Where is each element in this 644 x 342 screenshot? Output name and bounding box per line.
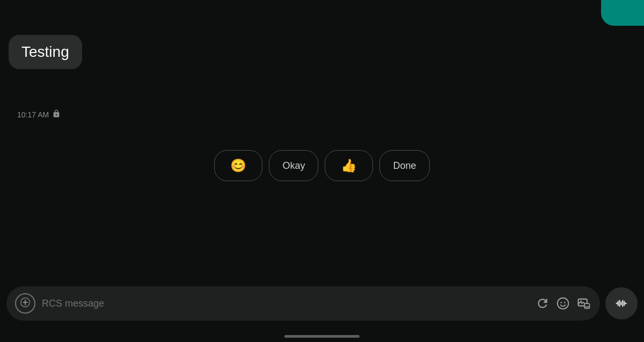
done-label: Done — [393, 160, 416, 172]
quick-reply-thumbsup[interactable]: 👍 — [325, 150, 373, 181]
media-picker-button[interactable] — [576, 296, 591, 311]
message-text: Testing — [21, 43, 69, 60]
svg-point-7 — [585, 306, 586, 307]
smile-emoji: 😊 — [230, 158, 246, 173]
add-attachment-button[interactable] — [15, 293, 35, 314]
quick-reply-smile[interactable]: 😊 — [214, 150, 262, 181]
svg-point-5 — [580, 301, 582, 302]
quick-reply-okay[interactable]: Okay — [269, 150, 318, 181]
message-text-input[interactable] — [42, 298, 529, 309]
message-timestamp: 10:17 AM — [17, 110, 49, 119]
nav-indicator — [284, 335, 360, 338]
teal-top-button[interactable] — [601, 0, 644, 26]
plus-icon — [20, 297, 31, 310]
message-bubble: Testing — [9, 35, 82, 69]
thumbsup-emoji: 👍 — [341, 158, 357, 173]
message-input-bar — [6, 286, 600, 321]
emoji-button[interactable] — [556, 296, 570, 310]
input-area — [6, 286, 638, 321]
svg-point-8 — [587, 306, 588, 307]
quick-replies-bar: 😊 Okay 👍 Done — [0, 150, 644, 181]
lock-icon — [52, 109, 61, 120]
svg-point-9 — [588, 306, 589, 307]
svg-point-2 — [560, 302, 562, 303]
svg-point-1 — [558, 298, 569, 309]
quick-reply-done[interactable]: Done — [379, 150, 429, 181]
svg-point-3 — [564, 302, 566, 303]
okay-label: Okay — [282, 160, 305, 172]
waveform-icon — [614, 296, 629, 311]
svg-rect-6 — [584, 303, 589, 308]
ai-suggest-icon[interactable] — [536, 296, 550, 310]
voice-record-button[interactable] — [605, 287, 638, 319]
